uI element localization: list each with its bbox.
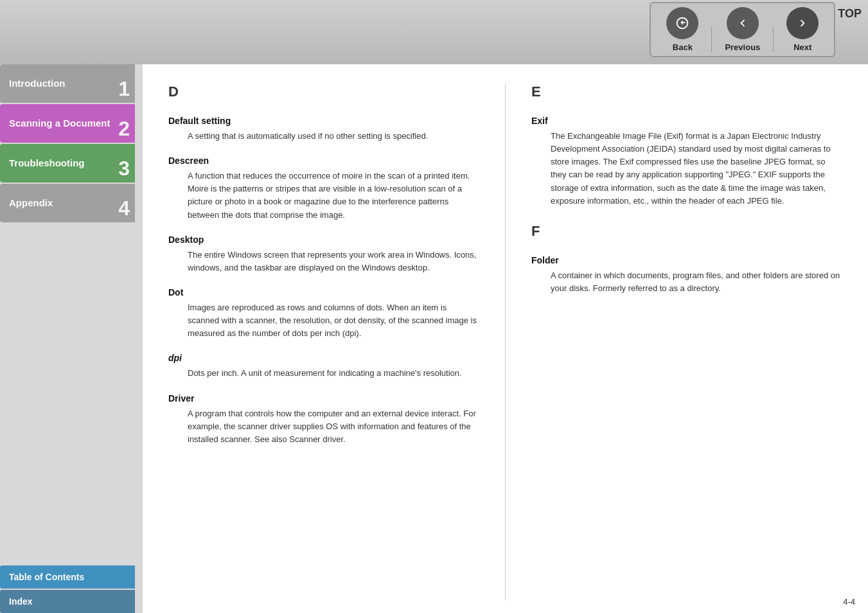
term-exif-desc: The Exchangeable Image File (Exif) forma…: [531, 130, 842, 208]
sidebar-troubleshooting-label: Troubleshooting: [9, 157, 85, 170]
sidebar-introduction-label: Introduction: [9, 77, 65, 90]
term-dpi: dpi Dots per inch. A unit of measurement…: [168, 353, 479, 380]
section-letter-f: F: [531, 223, 842, 242]
term-desktop-desc: The entire Windows screen that represent…: [168, 249, 479, 274]
next-circle[interactable]: [786, 7, 819, 39]
sidebar-item-troubleshooting[interactable]: Troubleshooting 3: [0, 144, 135, 182]
term-driver: Driver A program that controls how the c…: [168, 393, 479, 446]
sidebar-item-appendix[interactable]: Appendix 4: [0, 184, 135, 222]
sidebar-troubleshooting-number: 3: [118, 158, 130, 179]
term-descreen: Descreen A function that reduces the occ…: [168, 155, 479, 222]
content-right: E Exif The Exchangeable Image File (Exif…: [506, 84, 842, 600]
term-driver-title: Driver: [168, 393, 479, 404]
term-descreen-desc: A function that reduces the occurrence o…: [168, 170, 479, 222]
content-left: D Default setting A setting that is auto…: [168, 84, 506, 600]
sidebar: Introduction 1 Scanning a Document 2 Tro…: [0, 64, 143, 613]
previous-button[interactable]: Previous: [725, 7, 760, 52]
previous-label: Previous: [725, 42, 760, 52]
sidebar-introduction-number: 1: [118, 78, 130, 99]
next-label: Next: [793, 42, 811, 52]
page-number: 4-4: [843, 597, 855, 607]
sidebar-appendix-label: Appendix: [9, 197, 53, 209]
sidebar-item-introduction[interactable]: Introduction 1: [0, 64, 135, 103]
sidebar-bottom: Table of Contents Index: [0, 565, 135, 613]
divider2: [773, 26, 774, 52]
term-dot: Dot Images are reproduced as rows and co…: [168, 287, 479, 340]
index-label: Index: [9, 596, 33, 607]
term-exif-title: Exif: [531, 116, 842, 126]
term-desktop: Desktop The entire Windows screen that r…: [168, 235, 479, 274]
section-letter-d: D: [168, 84, 479, 103]
term-folder-title: Folder: [531, 255, 842, 265]
top-bar: Back Previous Next: [0, 0, 868, 64]
sidebar-scanning-number: 2: [118, 118, 130, 139]
sidebar-scanning-label: Scanning a Document: [9, 117, 111, 130]
nav-group: Back Previous Next: [650, 2, 835, 57]
term-default-setting-desc: A setting that is automatically used if …: [168, 130, 479, 143]
term-default-setting-title: Default setting: [168, 116, 479, 126]
term-dpi-title: dpi: [168, 353, 479, 363]
term-default-setting: Default setting A setting that is automa…: [168, 116, 479, 143]
back-label: Back: [673, 42, 693, 52]
term-exif: Exif The Exchangeable Image File (Exif) …: [531, 116, 842, 208]
sidebar-toc-button[interactable]: Table of Contents: [0, 565, 135, 589]
term-dot-title: Dot: [168, 287, 479, 298]
term-descreen-title: Descreen: [168, 155, 479, 166]
divider: [711, 26, 712, 52]
main-content: D Default setting A setting that is auto…: [143, 64, 868, 613]
previous-circle[interactable]: [727, 7, 759, 39]
toc-label: Table of Contents: [9, 572, 84, 582]
term-dpi-desc: Dots per inch. A unit of measurement for…: [168, 367, 479, 380]
sidebar-item-scanning[interactable]: Scanning a Document 2: [0, 104, 135, 143]
back-circle[interactable]: [666, 7, 698, 39]
sidebar-appendix-number: 4: [118, 198, 130, 218]
term-folder: Folder A container in which documents, p…: [531, 255, 842, 295]
term-desktop-title: Desktop: [168, 235, 479, 245]
term-folder-desc: A container in which documents, program …: [531, 269, 842, 295]
section-letter-e: E: [531, 84, 842, 103]
back-button[interactable]: Back: [666, 7, 698, 52]
term-dot-desc: Images are reproduced as rows and column…: [168, 301, 479, 340]
next-button[interactable]: Next: [786, 7, 819, 52]
top-label: TOP: [838, 7, 862, 21]
term-driver-desc: A program that controls how the computer…: [168, 407, 479, 446]
sidebar-index-button[interactable]: Index: [0, 590, 135, 613]
